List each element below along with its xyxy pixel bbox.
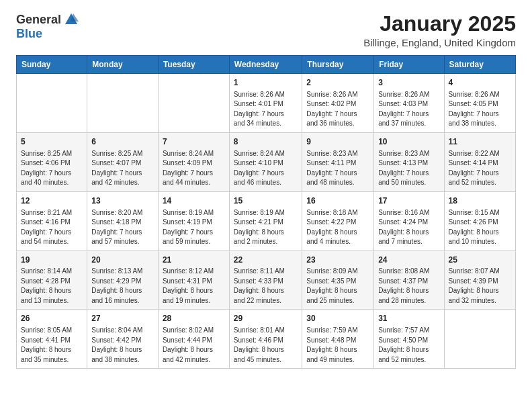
day-number: 25 xyxy=(449,255,511,266)
calendar-table: SundayMondayTuesdayWednesdayThursdayFrid… xyxy=(16,55,516,369)
day-number: 15 xyxy=(234,195,298,207)
day-number: 23 xyxy=(306,255,369,266)
day-number: 3 xyxy=(378,77,439,89)
calendar-cell xyxy=(87,74,159,133)
weekday-header-row: SundayMondayTuesdayWednesdayThursdayFrid… xyxy=(17,56,516,74)
calendar-cell: 3Sunrise: 8:26 AMSunset: 4:03 PMDaylight… xyxy=(374,74,444,133)
calendar-cell: 8Sunrise: 8:24 AMSunset: 4:10 PMDaylight… xyxy=(229,132,302,191)
calendar-cell: 12Sunrise: 8:21 AMSunset: 4:16 PMDayligh… xyxy=(17,191,87,250)
weekday-header-thursday: Thursday xyxy=(302,56,374,74)
day-number: 20 xyxy=(91,255,154,266)
weekday-header-saturday: Saturday xyxy=(444,56,515,74)
day-number: 17 xyxy=(378,195,439,207)
calendar-cell: 29Sunrise: 8:01 AMSunset: 4:46 PMDayligh… xyxy=(229,310,302,369)
day-info: Sunrise: 8:24 AMSunset: 4:09 PMDaylight:… xyxy=(163,149,225,188)
day-info: Sunrise: 8:23 AMSunset: 4:11 PMDaylight:… xyxy=(306,149,369,188)
header: General Blue January 2025 Billinge, Engl… xyxy=(16,12,516,48)
calendar-cell: 7Sunrise: 8:24 AMSunset: 4:09 PMDaylight… xyxy=(158,132,229,191)
calendar-cell: 10Sunrise: 8:23 AMSunset: 4:13 PMDayligh… xyxy=(374,132,444,191)
day-info: Sunrise: 8:26 AMSunset: 4:03 PMDaylight:… xyxy=(378,90,439,129)
day-info: Sunrise: 8:18 AMSunset: 4:22 PMDaylight:… xyxy=(306,208,369,247)
day-number: 6 xyxy=(91,136,154,148)
day-info: Sunrise: 8:05 AMSunset: 4:41 PMDaylight:… xyxy=(21,326,83,365)
calendar-cell: 20Sunrise: 8:13 AMSunset: 4:29 PMDayligh… xyxy=(87,250,159,310)
calendar-cell: 22Sunrise: 8:11 AMSunset: 4:33 PMDayligh… xyxy=(229,250,302,310)
calendar-cell: 18Sunrise: 8:15 AMSunset: 4:26 PMDayligh… xyxy=(444,191,515,250)
day-info: Sunrise: 8:15 AMSunset: 4:26 PMDaylight:… xyxy=(449,208,511,247)
month-title: January 2025 xyxy=(363,12,516,36)
calendar-cell: 24Sunrise: 8:08 AMSunset: 4:37 PMDayligh… xyxy=(374,250,444,310)
location: Billinge, England, United Kingdom xyxy=(363,37,516,48)
day-info: Sunrise: 8:26 AMSunset: 4:02 PMDaylight:… xyxy=(306,90,369,129)
day-info: Sunrise: 8:11 AMSunset: 4:33 PMDaylight:… xyxy=(234,267,298,306)
day-info: Sunrise: 8:19 AMSunset: 4:21 PMDaylight:… xyxy=(234,208,298,247)
day-number: 2 xyxy=(306,77,369,89)
day-number: 8 xyxy=(234,136,298,148)
calendar-cell: 25Sunrise: 8:07 AMSunset: 4:39 PMDayligh… xyxy=(444,250,515,310)
day-info: Sunrise: 8:23 AMSunset: 4:13 PMDaylight:… xyxy=(378,149,439,188)
day-info: Sunrise: 8:01 AMSunset: 4:46 PMDaylight:… xyxy=(234,326,298,365)
day-number: 27 xyxy=(91,313,154,324)
calendar-week-row: 19Sunrise: 8:14 AMSunset: 4:28 PMDayligh… xyxy=(17,250,516,310)
calendar-cell: 17Sunrise: 8:16 AMSunset: 4:24 PMDayligh… xyxy=(374,191,444,250)
logo-blue-text: Blue xyxy=(16,27,42,40)
day-number: 4 xyxy=(449,77,511,89)
calendar-cell: 9Sunrise: 8:23 AMSunset: 4:11 PMDaylight… xyxy=(302,132,374,191)
calendar-cell: 21Sunrise: 8:12 AMSunset: 4:31 PMDayligh… xyxy=(158,250,229,310)
day-number: 19 xyxy=(21,255,83,266)
calendar-cell: 5Sunrise: 8:25 AMSunset: 4:06 PMDaylight… xyxy=(17,132,87,191)
calendar-week-row: 1Sunrise: 8:26 AMSunset: 4:01 PMDaylight… xyxy=(17,74,516,133)
day-number: 29 xyxy=(234,313,298,324)
calendar-cell: 1Sunrise: 8:26 AMSunset: 4:01 PMDaylight… xyxy=(229,74,302,133)
day-number: 16 xyxy=(306,195,369,207)
day-number: 31 xyxy=(378,313,439,324)
calendar-week-row: 26Sunrise: 8:05 AMSunset: 4:41 PMDayligh… xyxy=(17,310,516,369)
day-info: Sunrise: 8:09 AMSunset: 4:35 PMDaylight:… xyxy=(306,267,369,306)
day-number: 12 xyxy=(21,195,83,207)
day-info: Sunrise: 8:04 AMSunset: 4:42 PMDaylight:… xyxy=(91,326,154,365)
calendar-cell: 30Sunrise: 7:59 AMSunset: 4:48 PMDayligh… xyxy=(302,310,374,369)
day-number: 18 xyxy=(449,195,511,207)
day-number: 11 xyxy=(449,136,511,148)
day-info: Sunrise: 8:24 AMSunset: 4:10 PMDaylight:… xyxy=(234,149,298,188)
day-info: Sunrise: 8:13 AMSunset: 4:29 PMDaylight:… xyxy=(91,267,154,306)
title-block: January 2025 Billinge, England, United K… xyxy=(363,12,516,48)
calendar-cell: 16Sunrise: 8:18 AMSunset: 4:22 PMDayligh… xyxy=(302,191,374,250)
logo: General Blue xyxy=(16,12,79,41)
calendar-cell: 31Sunrise: 7:57 AMSunset: 4:50 PMDayligh… xyxy=(374,310,444,369)
day-info: Sunrise: 8:08 AMSunset: 4:37 PMDaylight:… xyxy=(378,267,439,306)
calendar-cell: 28Sunrise: 8:02 AMSunset: 4:44 PMDayligh… xyxy=(158,310,229,369)
day-info: Sunrise: 8:26 AMSunset: 4:05 PMDaylight:… xyxy=(449,90,511,129)
day-info: Sunrise: 8:07 AMSunset: 4:39 PMDaylight:… xyxy=(449,267,511,306)
day-number: 9 xyxy=(306,136,369,148)
calendar-cell: 27Sunrise: 8:04 AMSunset: 4:42 PMDayligh… xyxy=(87,310,159,369)
logo-general-text: General xyxy=(16,13,61,27)
day-info: Sunrise: 8:14 AMSunset: 4:28 PMDaylight:… xyxy=(21,267,83,306)
calendar-cell: 19Sunrise: 8:14 AMSunset: 4:28 PMDayligh… xyxy=(17,250,87,310)
calendar-cell: 2Sunrise: 8:26 AMSunset: 4:02 PMDaylight… xyxy=(302,74,374,133)
day-number: 14 xyxy=(163,195,225,207)
day-info: Sunrise: 8:22 AMSunset: 4:14 PMDaylight:… xyxy=(449,149,511,188)
calendar-cell: 15Sunrise: 8:19 AMSunset: 4:21 PMDayligh… xyxy=(229,191,302,250)
day-info: Sunrise: 8:12 AMSunset: 4:31 PMDaylight:… xyxy=(163,267,225,306)
day-info: Sunrise: 8:19 AMSunset: 4:19 PMDaylight:… xyxy=(163,208,225,247)
calendar-cell: 13Sunrise: 8:20 AMSunset: 4:18 PMDayligh… xyxy=(87,191,159,250)
day-number: 5 xyxy=(21,136,83,148)
weekday-header-tuesday: Tuesday xyxy=(158,56,229,74)
calendar-cell: 14Sunrise: 8:19 AMSunset: 4:19 PMDayligh… xyxy=(158,191,229,250)
weekday-header-monday: Monday xyxy=(87,56,159,74)
calendar-cell xyxy=(444,310,515,369)
day-number: 10 xyxy=(378,136,439,148)
day-info: Sunrise: 7:57 AMSunset: 4:50 PMDaylight:… xyxy=(378,326,439,365)
calendar-cell: 4Sunrise: 8:26 AMSunset: 4:05 PMDaylight… xyxy=(444,74,515,133)
day-info: Sunrise: 8:26 AMSunset: 4:01 PMDaylight:… xyxy=(234,90,298,129)
day-info: Sunrise: 8:21 AMSunset: 4:16 PMDaylight:… xyxy=(21,208,83,247)
day-number: 28 xyxy=(163,313,225,324)
calendar-cell: 26Sunrise: 8:05 AMSunset: 4:41 PMDayligh… xyxy=(17,310,87,369)
weekday-header-sunday: Sunday xyxy=(17,56,87,74)
day-number: 22 xyxy=(234,255,298,266)
day-info: Sunrise: 8:02 AMSunset: 4:44 PMDaylight:… xyxy=(163,326,225,365)
weekday-header-wednesday: Wednesday xyxy=(229,56,302,74)
logo-icon xyxy=(64,12,79,27)
day-number: 7 xyxy=(163,136,225,148)
